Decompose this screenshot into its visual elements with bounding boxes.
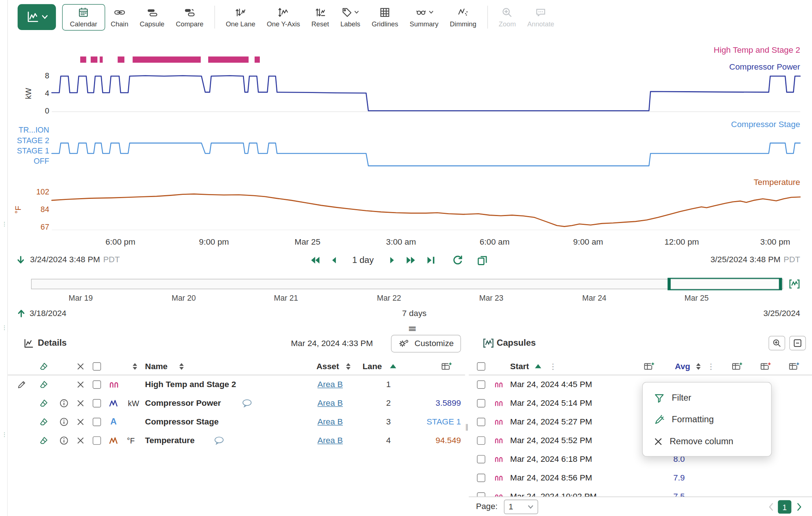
row-checkbox[interactable] — [477, 474, 485, 482]
details-row-signal[interactable]: A Compressor Stage Area B 3 STAGE 1 — [8, 413, 465, 431]
row-checkbox[interactable] — [477, 455, 485, 464]
details-row-condition[interactable]: High Temp and Stage 2 Area B 1 — [8, 375, 465, 394]
add-column-icon[interactable] — [789, 361, 800, 371]
item-name[interactable]: Compressor Power — [145, 398, 221, 408]
toolbar-item-gridlines[interactable]: Gridlines — [366, 4, 404, 30]
remove-icon[interactable] — [76, 399, 84, 407]
details-row-signal[interactable]: kW Compressor Power Area B 2 3.5899 — [8, 394, 465, 413]
step-back-icon[interactable] — [329, 255, 339, 266]
select-all-checkbox[interactable] — [477, 362, 485, 371]
toolbar-item-one-y-axis[interactable]: One Y-Axis — [261, 4, 306, 30]
toolbar-item-calendar[interactable]: Calendar — [62, 4, 105, 30]
collapse-panel-button[interactable] — [789, 336, 806, 350]
details-row-signal[interactable]: °F Temperature Area B 4 94.549 — [8, 431, 465, 450]
panel-handle-icon[interactable]: ⋮ — [1, 327, 7, 329]
eraser-icon[interactable] — [39, 417, 49, 427]
sort-icon[interactable] — [696, 362, 701, 370]
column-menu-icon[interactable]: ⋮ — [707, 361, 715, 371]
trend-chart-area[interactable]: High Temp and Stage 2 Compressor Power C… — [0, 34, 812, 252]
remove-ic on[interactable] — [76, 418, 84, 426]
range-end[interactable]: 3/25/2024 3:48 PMPDT — [710, 255, 800, 264]
add-column-icon[interactable] — [732, 361, 743, 371]
current-page-badge[interactable]: 1 — [778, 500, 792, 514]
menu-item-filter[interactable]: Filter — [643, 387, 771, 409]
sort-icon[interactable] — [345, 362, 351, 370]
toolbar-item-labels[interactable]: Labels — [335, 4, 366, 30]
series-label-compressor-stage[interactable]: Compressor Stage — [731, 120, 800, 129]
investigate-duration[interactable]: 7 days — [363, 309, 466, 318]
step-to-end-icon[interactable] — [425, 255, 436, 266]
info-icon[interactable] — [60, 436, 68, 445]
eraser-icon[interactable] — [39, 398, 49, 408]
add-column-icon[interactable] — [644, 361, 655, 371]
toolbar-item-capsule[interactable]: Capsule — [134, 4, 170, 30]
column-header-start[interactable]: Start — [510, 361, 529, 371]
trend-view-button[interactable] — [18, 4, 56, 30]
asset-link[interactable]: Area B — [313, 417, 347, 426]
toolbar-item-reset[interactable]: Reset — [306, 4, 335, 30]
item-name[interactable]: Temperature — [145, 436, 194, 445]
eraser-icon[interactable] — [39, 436, 49, 446]
panel-handle-icon[interactable]: ⋮ — [1, 433, 7, 435]
item-name[interactable]: Compressor Stage — [145, 417, 218, 426]
range-duration[interactable]: 1 day — [352, 255, 374, 265]
series-label-condition[interactable]: High Temp and Stage 2 — [714, 46, 800, 55]
next-page-icon[interactable] — [797, 503, 802, 511]
series-label-temperature[interactable]: Temperature — [754, 178, 800, 187]
export-down-arrow-icon[interactable] — [15, 255, 26, 266]
zoom-to-capsule-button[interactable] — [768, 336, 785, 350]
edit-pencil-icon[interactable] — [17, 380, 26, 389]
sort-asc-icon[interactable] — [535, 364, 541, 369]
step-forward-full-icon[interactable] — [405, 255, 417, 266]
row-checkbox[interactable] — [93, 418, 101, 426]
copy-range-icon[interactable] — [476, 254, 489, 266]
investigate-end-date[interactable]: 3/25/2024 — [763, 309, 800, 318]
investigate-start-date[interactable]: 3/18/2024 — [30, 309, 67, 318]
toolbar-item-dimming[interactable]: Dimming — [444, 4, 482, 30]
comment-bubble-icon[interactable] — [242, 399, 252, 408]
row-checkbox[interactable] — [477, 418, 485, 426]
row-checkbox[interactable] — [477, 437, 485, 445]
vertical-splitter-handle[interactable]: ∥ — [465, 332, 469, 516]
overview-selection-window[interactable] — [668, 278, 782, 290]
customize-button[interactable]: Customize — [391, 335, 461, 352]
column-header-asset[interactable]: Asset — [317, 361, 339, 371]
step-forward-icon[interactable] — [387, 255, 397, 266]
row-checkbox[interactable] — [477, 399, 485, 408]
asset-link[interactable]: Area B — [313, 380, 347, 389]
overview-capsule-icon[interactable] — [788, 278, 801, 290]
row-checkbox[interactable] — [93, 437, 101, 445]
asset-link[interactable]: Area B — [313, 436, 347, 445]
sort-icon[interactable] — [179, 362, 184, 370]
select-all-checkbox[interactable] — [93, 362, 101, 371]
investigate-up-arrow-icon[interactable] — [16, 307, 26, 319]
column-header-name[interactable]: Name — [145, 361, 168, 371]
info-icon[interactable] — [60, 417, 68, 426]
refresh-icon[interactable] — [452, 254, 464, 266]
add-column-icon[interactable] — [760, 361, 772, 371]
row-checkbox[interactable] — [93, 399, 101, 408]
series-label-compressor-power[interactable]: Compressor Power — [729, 62, 800, 71]
toolbar-item-compare[interactable]: Compare — [170, 4, 209, 30]
eraser-icon[interactable] — [39, 380, 49, 390]
add-column-icon[interactable] — [441, 361, 453, 371]
toolbar-item-one-lane[interactable]: One Lane — [220, 4, 261, 30]
comment-bubble-icon[interactable] — [214, 437, 224, 445]
step-back-full-icon[interactable] — [309, 255, 321, 266]
eraser-icon[interactable] — [39, 361, 49, 371]
toolbar-item-chain[interactable]: Chain — [105, 4, 134, 30]
menu-item-formatting[interactable]: Formatting — [643, 409, 771, 431]
capsule-row[interactable]: Mar 24, 2024 8:56 PM 7.9 — [469, 468, 812, 487]
row-checkbox[interactable] — [477, 380, 485, 389]
row-checkbox[interactable] — [93, 380, 101, 389]
toolbar-item-summary[interactable]: Summary — [404, 4, 444, 30]
remove-icon[interactable] — [76, 437, 84, 444]
column-header-avg[interactable]: Avg — [675, 361, 690, 371]
remove-icon[interactable] — [76, 381, 84, 389]
range-start[interactable]: 3/24/2024 3:48 PMPDT — [30, 255, 120, 264]
sort-asc-icon[interactable] — [390, 364, 396, 369]
horizontal-splitter-handle[interactable]: ▬▬ — [405, 325, 419, 331]
info-icon[interactable] — [60, 399, 68, 408]
item-name[interactable]: High Temp and Stage 2 — [145, 380, 236, 389]
overview-timeline-track[interactable] — [31, 279, 783, 289]
